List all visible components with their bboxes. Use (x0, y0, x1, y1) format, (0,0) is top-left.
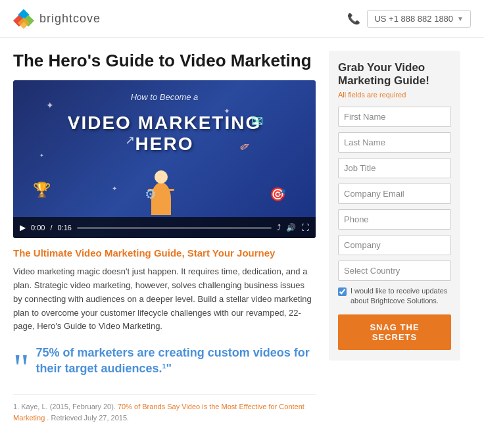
video-line1: VIDEO MARKETING (13, 113, 316, 134)
quote-mark-icon: " (13, 352, 30, 384)
star-decoration-3: ✦ (224, 107, 230, 116)
job-title-input[interactable] (338, 158, 451, 178)
form-panel: Grab Your Video Marketing Guide! All fie… (329, 51, 460, 361)
fullscreen-button[interactable]: ⛶ (301, 223, 309, 232)
star-decoration-4: ✦ (39, 153, 44, 159)
star-decoration-2: ✦ (72, 120, 78, 127)
phone-dropdown[interactable]: US +1 888 882 1880 ▼ (367, 10, 471, 28)
quote-section: " 75% of marketers are creating custom v… (13, 345, 316, 384)
checkbox-row: I would like to receive updates about Br… (338, 286, 451, 307)
phone-number: US +1 888 882 1880 (374, 14, 453, 24)
video-hero-text: VIDEO MARKETING HERO (13, 113, 316, 155)
updates-checkbox[interactable] (338, 287, 347, 296)
section-body: Video marketing magic doesn't just happe… (13, 265, 316, 334)
video-background: How to Become a VIDEO MARKETING HERO ✦ ✦… (13, 80, 316, 238)
left-column: The Hero's Guide to Video Marketing How … (13, 51, 316, 423)
header: brightcove 📞 US +1 888 882 1880 ▼ (0, 0, 484, 37)
quote-text: 75% of marketers are creating custom vid… (36, 345, 316, 376)
star-decoration-5: ✦ (112, 185, 117, 192)
video-controls-bar: ▶ 0:00 / 0:16 ⤴ 🔊 ⛶ (13, 217, 316, 238)
page-title: The Hero's Guide to Video Marketing (13, 51, 316, 71)
envelope-decoration: ✉ (251, 113, 263, 130)
footnote-text: 1. Kaye, L. (2015, February 20). (13, 403, 118, 411)
company-input[interactable] (338, 235, 451, 255)
brightcove-logo-icon (13, 8, 34, 29)
cursor-decoration: ↗ (125, 133, 135, 147)
volume-button[interactable]: 🔊 (286, 223, 296, 232)
time-current: 0:00 (31, 224, 45, 232)
phone-input[interactable] (338, 209, 451, 230)
footnote-end: . Retrieved July 27, 2015. (47, 414, 129, 422)
gear-decoration: ⚙ (145, 186, 157, 202)
company-email-field (338, 184, 451, 204)
country-input[interactable] (338, 261, 451, 281)
company-field (338, 235, 451, 255)
header-right: 📞 US +1 888 882 1880 ▼ (347, 10, 471, 28)
video-line2: HERO (13, 134, 316, 155)
country-field (338, 261, 451, 281)
progress-bar[interactable] (77, 227, 272, 229)
share-button[interactable]: ⤴ (277, 223, 281, 232)
form-title: Grab Your Video Marketing Guide! (338, 61, 451, 88)
company-email-input[interactable] (338, 184, 451, 204)
logo-text: brightcove (39, 12, 101, 26)
last-name-field (338, 132, 451, 153)
main-content: The Hero's Guide to Video Marketing How … (0, 37, 484, 430)
logo-area: brightcove (13, 8, 101, 29)
first-name-input[interactable] (338, 107, 451, 127)
play-button[interactable]: ▶ (20, 223, 26, 232)
footnote: 1. Kaye, L. (2015, February 20). 70% of … (13, 394, 316, 423)
chevron-down-icon: ▼ (457, 15, 464, 22)
time-total: 0:16 (57, 224, 71, 232)
right-column: Grab Your Video Marketing Guide! All fie… (329, 51, 460, 423)
trophy-decoration: 🏆 (33, 182, 51, 199)
video-container: How to Become a VIDEO MARKETING HERO ✦ ✦… (13, 80, 316, 238)
target-decoration: 🎯 (270, 186, 286, 202)
checkbox-label: I would like to receive updates about Br… (351, 286, 451, 307)
submit-button[interactable]: SNAG THE SECRETS (338, 314, 451, 350)
phone-icon: 📞 (347, 12, 360, 25)
time-separator: / (50, 224, 52, 232)
last-name-input[interactable] (338, 132, 451, 153)
star-decoration-1: ✦ (46, 100, 54, 111)
video-subtitle: How to Become a (13, 92, 316, 102)
section-subtitle: The Ultimate Video Marketing Guide, Star… (13, 247, 316, 259)
first-name-field (338, 107, 451, 127)
job-title-field (338, 158, 451, 178)
form-required-note: All fields are required (338, 91, 451, 99)
phone-field (338, 209, 451, 230)
